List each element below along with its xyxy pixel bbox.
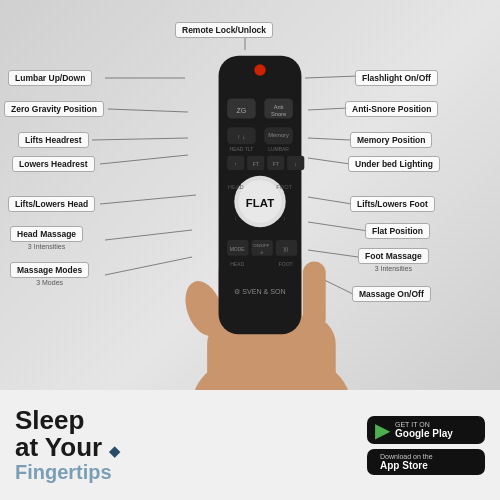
bottom-section: Sleep at Your ◆ Fingertips ▶ GET IT ON G… bbox=[0, 390, 500, 500]
svg-text:HEAD: HEAD bbox=[230, 261, 244, 267]
svg-point-24 bbox=[254, 64, 265, 75]
svg-text:LUMBAR: LUMBAR bbox=[268, 146, 289, 152]
svg-text:Anti: Anti bbox=[274, 104, 284, 110]
tagline-line3: Fingertips bbox=[15, 461, 352, 483]
label-head-massage: Head Massage 3 Intensities bbox=[10, 226, 83, 250]
label-massage-on-off: Massage On/Off bbox=[352, 286, 431, 302]
app-store-button[interactable]: Download on the App Store bbox=[367, 449, 485, 475]
label-flat-position: Flat Position bbox=[365, 223, 430, 239]
app-buttons-container: ▶ GET IT ON Google Play Download on the … bbox=[367, 416, 485, 475]
svg-text:FOOT: FOOT bbox=[276, 184, 292, 190]
label-lifts-headrest: Lifts Headrest bbox=[18, 132, 89, 148]
label-flashlight: Flashlight On/Off bbox=[355, 70, 438, 86]
svg-text:FLAT: FLAT bbox=[246, 197, 274, 209]
svg-rect-21 bbox=[303, 261, 326, 330]
svg-text:≋: ≋ bbox=[260, 250, 263, 255]
label-under-bed: Under bed Lighting bbox=[348, 156, 440, 172]
label-lifts-lowers-foot: Lifts/Lowers Foot bbox=[350, 196, 435, 212]
label-anti-snore: Anti-Snore Position bbox=[345, 101, 438, 117]
svg-text:↑ ↓: ↑ ↓ bbox=[237, 133, 245, 140]
google-play-icon: ▶ bbox=[375, 420, 390, 440]
label-lumbar: Lumbar Up/Down bbox=[8, 70, 92, 86]
svg-text:FOOT: FOOT bbox=[279, 261, 293, 267]
svg-text:HEAD: HEAD bbox=[228, 184, 244, 190]
label-massage-modes: Massage Modes 3 Modes bbox=[10, 262, 89, 286]
svg-text:Snore: Snore bbox=[271, 111, 286, 117]
label-lifts-lowers-head: Lifts/Lowers Head bbox=[8, 196, 95, 212]
svg-text:⚙ SVEN & SON: ⚙ SVEN & SON bbox=[234, 288, 286, 296]
remote-control: ZG Anti Snore ↑ ↓ Memory HEAD TLT LUMBAR… bbox=[150, 30, 350, 430]
label-memory-position: Memory Position bbox=[350, 132, 432, 148]
svg-text:HEAD TLT: HEAD TLT bbox=[230, 146, 254, 152]
label-lowers-headrest: Lowers Headrest bbox=[12, 156, 95, 172]
svg-text:↓: ↓ bbox=[283, 215, 286, 221]
svg-text:FT: FT bbox=[273, 161, 279, 167]
diamond-icon: ◆ bbox=[109, 443, 120, 459]
svg-text:MODE: MODE bbox=[230, 246, 246, 252]
svg-text:))): ))) bbox=[283, 246, 288, 252]
svg-text:ON/OFF: ON/OFF bbox=[253, 243, 270, 248]
google-play-text: GET IT ON Google Play bbox=[395, 421, 453, 439]
svg-text:ZG: ZG bbox=[236, 107, 246, 115]
label-zero-gravity: Zero Gravity Position bbox=[4, 101, 104, 117]
svg-text:↓: ↓ bbox=[294, 161, 297, 167]
svg-text:↓: ↓ bbox=[234, 215, 237, 221]
svg-text:Memory: Memory bbox=[268, 132, 289, 138]
google-play-button[interactable]: ▶ GET IT ON Google Play bbox=[367, 416, 485, 444]
app-store-text: Download on the App Store bbox=[380, 453, 433, 471]
tagline-line2: at Your ◆ bbox=[15, 434, 352, 461]
svg-text:FT: FT bbox=[253, 161, 259, 167]
svg-text:↑: ↑ bbox=[234, 161, 237, 167]
tagline-line1: Sleep bbox=[15, 407, 352, 434]
label-foot-massage: Foot Massage 3 Intensities bbox=[358, 248, 429, 272]
tagline: Sleep at Your ◆ Fingertips bbox=[15, 407, 352, 484]
